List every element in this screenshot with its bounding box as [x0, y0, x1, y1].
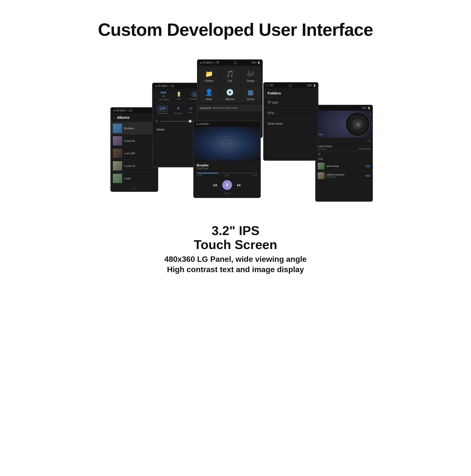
player-status-bar: ◄ 100MdB ≡: [194, 121, 260, 127]
folder-item-otg[interactable]: OTG: [264, 108, 318, 119]
menu-item-songs[interactable]: 🎶 Songs: [240, 67, 261, 85]
main-menu-status-bar: ◄ 50 MdB ≡ □ TR 🎧 90% 🔋: [198, 60, 262, 65]
dac-label: DAC: [189, 111, 193, 114]
album-name-brothers: Brothers: [124, 127, 135, 130]
artist-icon: 👤: [205, 89, 213, 96]
queue-header: •••: [316, 138, 372, 144]
songs-label: Songs: [247, 79, 254, 82]
folders-icon: 📁: [205, 70, 213, 78]
main-status-left: ◄ 50 MdB ≡ □ TR: [200, 61, 219, 64]
album-name-eofs: e of s EP: [124, 152, 135, 155]
player-controls: ⏮ ⏸ ⏭: [194, 178, 260, 192]
queue-song-ming[interactable]: ming: [316, 156, 372, 161]
player-track-info: Breathe Pink Floyd: [194, 161, 260, 171]
artist-label: Artist: [206, 98, 212, 101]
queue-thumb-california: [318, 172, 324, 179]
screen-nowplaying: 90% 🔋 Floyd - ⤴ ••• oubled Water arfunke…: [315, 105, 373, 202]
progress-current: 00:05: [197, 174, 202, 177]
setting-bluetooth[interactable]: ✳ Bluetooth: [174, 106, 183, 114]
album-item-brothers[interactable]: Brothers ›: [111, 122, 158, 135]
info-section: 3.2" IPS Touch Screen 480x360 LG Panel, …: [164, 224, 307, 275]
queue-info-susan: Susan Wong: [326, 165, 364, 167]
album-name-comeav: Come Av: [124, 139, 135, 142]
queue-item-california[interactable]: California Dreamin' Diana Krall DSD: [316, 171, 372, 181]
bluetooth-icon: ✳: [176, 106, 180, 111]
genre-icon: ▦: [248, 89, 254, 96]
brightness-icon: ☀: [155, 119, 158, 123]
now-playing-song: Never be the Same Again: [212, 107, 260, 109]
screenshots-composite: ◄ 50 MdB ≡ □ UL 🎧 ‹ Albums Brothers › Co…: [101, 59, 370, 219]
genre-label: Genre: [247, 98, 254, 101]
album-thumb-3: [113, 149, 122, 158]
albums-status-bar: ◄ 50 MdB ≡ □ UL 🎧: [111, 108, 158, 113]
queue-item-susanwong[interactable]: Susan Wong DSD: [316, 161, 372, 171]
queue-tag-susan: DSD: [365, 165, 370, 167]
album-arrow-5: ›: [155, 177, 156, 180]
pause-button[interactable]: ⏸: [222, 180, 232, 190]
export-icon[interactable]: ⤴: [370, 112, 371, 117]
brightness-thumb[interactable]: [189, 120, 192, 123]
dsd-icon: D2P: [158, 106, 168, 111]
artist-tag: Floyd -: [318, 133, 324, 136]
screen-folders: ≡ □ TR 🎧 90% 🔋 Folders TF card OTG Scan …: [263, 82, 319, 161]
album-item-comeav[interactable]: Come Av ›: [111, 135, 158, 147]
queue-song-ns[interactable]: ns: [316, 152, 372, 156]
ming-title: ming: [318, 157, 323, 160]
next-button[interactable]: ⏭: [237, 183, 241, 188]
folders-status-right: 90% 🔋: [307, 84, 316, 87]
progress-track: 2/10: [225, 174, 229, 177]
album-item-iloveyou[interactable]: I Love Yo ›: [111, 160, 158, 172]
queue-thumb-susan: [318, 163, 324, 170]
album-thumb-4: [113, 161, 122, 170]
progress-fill: [197, 173, 218, 173]
albums-bottom-icon: ⊕: [111, 185, 158, 192]
album-name-iloveyou: I Love Yo: [124, 164, 135, 167]
screen-size-label: 3.2" IPS Touch Screen: [164, 224, 307, 252]
folders-status-bar: ≡ □ TR 🎧 90% 🔋: [264, 83, 318, 88]
dsd-label: DSD output: [158, 112, 168, 114]
folder-item-scanmusic[interactable]: Scan music: [264, 119, 318, 129]
back-icon[interactable]: ‹: [114, 116, 115, 119]
albums-icon: 💿: [226, 89, 234, 96]
menu-item-folders[interactable]: 📁 Folders: [199, 67, 219, 85]
player-indicator: [194, 192, 260, 195]
vinyl-inner: [356, 122, 361, 127]
menu-item-artist[interactable]: 👤 Artist: [199, 85, 219, 103]
setting-dac[interactable]: ≡| DAC: [189, 106, 193, 114]
mdb-icon: MdB: [160, 91, 166, 94]
albums-screen-title: Albums: [117, 116, 130, 119]
main-menu-grid: 📁 Folders 🎵 List 🎶 Songs 👤 Artist 💿 Albu…: [198, 65, 262, 104]
nowplaying-album-art: Floyd - ⤴: [316, 111, 372, 138]
folders-status-center: 🎧: [289, 84, 292, 87]
album-thumb-5: [113, 174, 122, 183]
folders-screen-title: Folders: [264, 88, 318, 97]
setting-dsd[interactable]: D2P DSD output: [158, 106, 168, 114]
nowplaying-status-right: 90% 🔋: [362, 107, 370, 109]
menu-item-genre[interactable]: ▦ Genre: [240, 85, 261, 103]
progress-indicator-dot: [223, 193, 231, 194]
screen-center-player: ◄ 100MdB ≡ Breathe Pink Floyd 00:05: [193, 121, 261, 198]
queue-dots-icon[interactable]: •••: [367, 139, 370, 143]
setting-tube[interactable]: 🔋 Tube: [176, 91, 182, 100]
album-item-eofs[interactable]: e of s EP ›: [111, 147, 158, 160]
menu-item-albums[interactable]: 💿 Albums: [220, 85, 240, 103]
album-item-lover[interactable]: Lover ›: [111, 172, 158, 185]
panel-info-text: 480x360 LG Panel, wide viewing angle Hig…: [164, 254, 307, 274]
queue-list: ••• oubled Water arfunkel 00:05/02:49 ns…: [316, 138, 372, 181]
menu-item-list[interactable]: 🎵 List: [220, 67, 240, 85]
queue-info-california: California Dreamin' Diana Krall: [326, 173, 364, 178]
settings-status-left: ◄ 50 MdB ≡ □ UL: [154, 85, 174, 87]
tube-label: Tube: [177, 98, 181, 100]
watermark-text: www.hifi: [200, 106, 211, 109]
screen-albums: ◄ 50 MdB ≡ □ UL 🎧 ‹ Albums Brothers › Co…: [110, 107, 158, 192]
setting-mdb[interactable]: MdB |||| Gain setting: [158, 91, 169, 101]
player-progress[interactable]: 00:05 2/10 02:49: [194, 171, 260, 178]
mdb-bars: ||||: [162, 95, 165, 97]
prev-button[interactable]: ⏮: [213, 183, 217, 188]
queue-tag-california: DSD: [365, 175, 370, 177]
list-label: List: [228, 79, 232, 82]
queue-song-troubled[interactable]: oubled Water arfunkel 00:05/02:49: [316, 144, 372, 152]
main-status-right: 90% 🔋: [252, 61, 260, 64]
folder-item-tfcard[interactable]: TF card: [264, 97, 318, 108]
queue-song-susan: Susan Wong: [326, 165, 364, 167]
